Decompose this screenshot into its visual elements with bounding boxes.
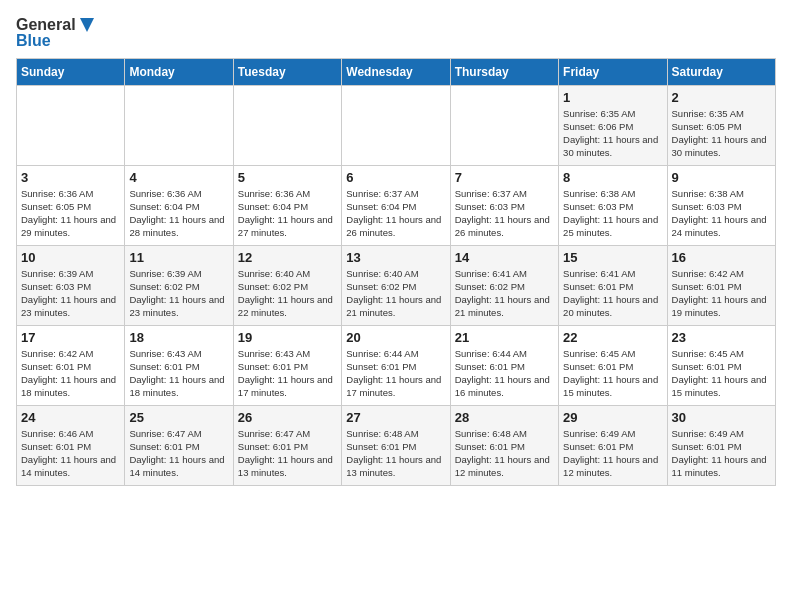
day-info: Sunrise: 6:39 AM Sunset: 6:02 PM Dayligh…: [129, 267, 228, 320]
day-info: Sunrise: 6:36 AM Sunset: 6:04 PM Dayligh…: [129, 187, 228, 240]
day-number: 12: [238, 250, 337, 265]
day-info: Sunrise: 6:35 AM Sunset: 6:05 PM Dayligh…: [672, 107, 771, 160]
day-info: Sunrise: 6:36 AM Sunset: 6:04 PM Dayligh…: [238, 187, 337, 240]
day-info: Sunrise: 6:36 AM Sunset: 6:05 PM Dayligh…: [21, 187, 120, 240]
header-cell-tuesday: Tuesday: [233, 58, 341, 85]
day-info: Sunrise: 6:49 AM Sunset: 6:01 PM Dayligh…: [563, 427, 662, 480]
day-info: Sunrise: 6:37 AM Sunset: 6:04 PM Dayligh…: [346, 187, 445, 240]
day-info: Sunrise: 6:43 AM Sunset: 6:01 PM Dayligh…: [238, 347, 337, 400]
day-cell: 23Sunrise: 6:45 AM Sunset: 6:01 PM Dayli…: [667, 325, 775, 405]
day-cell: 2Sunrise: 6:35 AM Sunset: 6:05 PM Daylig…: [667, 85, 775, 165]
day-cell: [17, 85, 125, 165]
header-row: SundayMondayTuesdayWednesdayThursdayFrid…: [17, 58, 776, 85]
day-info: Sunrise: 6:48 AM Sunset: 6:01 PM Dayligh…: [455, 427, 554, 480]
day-number: 8: [563, 170, 662, 185]
day-number: 29: [563, 410, 662, 425]
day-number: 20: [346, 330, 445, 345]
day-number: 3: [21, 170, 120, 185]
day-number: 21: [455, 330, 554, 345]
header-cell-saturday: Saturday: [667, 58, 775, 85]
day-info: Sunrise: 6:40 AM Sunset: 6:02 PM Dayligh…: [346, 267, 445, 320]
day-number: 17: [21, 330, 120, 345]
day-cell: 22Sunrise: 6:45 AM Sunset: 6:01 PM Dayli…: [559, 325, 667, 405]
day-info: Sunrise: 6:45 AM Sunset: 6:01 PM Dayligh…: [563, 347, 662, 400]
day-number: 26: [238, 410, 337, 425]
header-cell-monday: Monday: [125, 58, 233, 85]
day-info: Sunrise: 6:49 AM Sunset: 6:01 PM Dayligh…: [672, 427, 771, 480]
day-number: 2: [672, 90, 771, 105]
day-number: 27: [346, 410, 445, 425]
day-cell: 26Sunrise: 6:47 AM Sunset: 6:01 PM Dayli…: [233, 405, 341, 485]
day-cell: 21Sunrise: 6:44 AM Sunset: 6:01 PM Dayli…: [450, 325, 558, 405]
day-cell: 1Sunrise: 6:35 AM Sunset: 6:06 PM Daylig…: [559, 85, 667, 165]
day-number: 16: [672, 250, 771, 265]
day-number: 11: [129, 250, 228, 265]
day-number: 5: [238, 170, 337, 185]
day-info: Sunrise: 6:47 AM Sunset: 6:01 PM Dayligh…: [129, 427, 228, 480]
week-row-3: 10Sunrise: 6:39 AM Sunset: 6:03 PM Dayli…: [17, 245, 776, 325]
week-row-4: 17Sunrise: 6:42 AM Sunset: 6:01 PM Dayli…: [17, 325, 776, 405]
day-number: 13: [346, 250, 445, 265]
day-cell: 9Sunrise: 6:38 AM Sunset: 6:03 PM Daylig…: [667, 165, 775, 245]
day-number: 10: [21, 250, 120, 265]
day-info: Sunrise: 6:35 AM Sunset: 6:06 PM Dayligh…: [563, 107, 662, 160]
day-cell: 16Sunrise: 6:42 AM Sunset: 6:01 PM Dayli…: [667, 245, 775, 325]
page-header: General Blue: [16, 16, 776, 50]
day-number: 19: [238, 330, 337, 345]
day-number: 23: [672, 330, 771, 345]
day-number: 6: [346, 170, 445, 185]
day-cell: 8Sunrise: 6:38 AM Sunset: 6:03 PM Daylig…: [559, 165, 667, 245]
day-cell: 27Sunrise: 6:48 AM Sunset: 6:01 PM Dayli…: [342, 405, 450, 485]
day-cell: 24Sunrise: 6:46 AM Sunset: 6:01 PM Dayli…: [17, 405, 125, 485]
day-cell: 29Sunrise: 6:49 AM Sunset: 6:01 PM Dayli…: [559, 405, 667, 485]
day-cell: [450, 85, 558, 165]
day-number: 14: [455, 250, 554, 265]
week-row-5: 24Sunrise: 6:46 AM Sunset: 6:01 PM Dayli…: [17, 405, 776, 485]
day-info: Sunrise: 6:43 AM Sunset: 6:01 PM Dayligh…: [129, 347, 228, 400]
day-cell: 7Sunrise: 6:37 AM Sunset: 6:03 PM Daylig…: [450, 165, 558, 245]
day-number: 4: [129, 170, 228, 185]
day-info: Sunrise: 6:38 AM Sunset: 6:03 PM Dayligh…: [563, 187, 662, 240]
day-info: Sunrise: 6:41 AM Sunset: 6:02 PM Dayligh…: [455, 267, 554, 320]
day-number: 15: [563, 250, 662, 265]
day-cell: 15Sunrise: 6:41 AM Sunset: 6:01 PM Dayli…: [559, 245, 667, 325]
day-cell: 11Sunrise: 6:39 AM Sunset: 6:02 PM Dayli…: [125, 245, 233, 325]
day-cell: 13Sunrise: 6:40 AM Sunset: 6:02 PM Dayli…: [342, 245, 450, 325]
day-info: Sunrise: 6:38 AM Sunset: 6:03 PM Dayligh…: [672, 187, 771, 240]
day-cell: 4Sunrise: 6:36 AM Sunset: 6:04 PM Daylig…: [125, 165, 233, 245]
day-cell: [233, 85, 341, 165]
day-info: Sunrise: 6:48 AM Sunset: 6:01 PM Dayligh…: [346, 427, 445, 480]
day-info: Sunrise: 6:42 AM Sunset: 6:01 PM Dayligh…: [672, 267, 771, 320]
day-number: 25: [129, 410, 228, 425]
day-cell: 19Sunrise: 6:43 AM Sunset: 6:01 PM Dayli…: [233, 325, 341, 405]
day-cell: 12Sunrise: 6:40 AM Sunset: 6:02 PM Dayli…: [233, 245, 341, 325]
day-cell: 5Sunrise: 6:36 AM Sunset: 6:04 PM Daylig…: [233, 165, 341, 245]
day-number: 7: [455, 170, 554, 185]
header-cell-friday: Friday: [559, 58, 667, 85]
week-row-2: 3Sunrise: 6:36 AM Sunset: 6:05 PM Daylig…: [17, 165, 776, 245]
day-info: Sunrise: 6:44 AM Sunset: 6:01 PM Dayligh…: [455, 347, 554, 400]
day-cell: [125, 85, 233, 165]
day-cell: 3Sunrise: 6:36 AM Sunset: 6:05 PM Daylig…: [17, 165, 125, 245]
day-info: Sunrise: 6:41 AM Sunset: 6:01 PM Dayligh…: [563, 267, 662, 320]
day-number: 1: [563, 90, 662, 105]
day-cell: 14Sunrise: 6:41 AM Sunset: 6:02 PM Dayli…: [450, 245, 558, 325]
header-cell-thursday: Thursday: [450, 58, 558, 85]
day-cell: 17Sunrise: 6:42 AM Sunset: 6:01 PM Dayli…: [17, 325, 125, 405]
day-info: Sunrise: 6:42 AM Sunset: 6:01 PM Dayligh…: [21, 347, 120, 400]
day-info: Sunrise: 6:47 AM Sunset: 6:01 PM Dayligh…: [238, 427, 337, 480]
day-number: 28: [455, 410, 554, 425]
week-row-1: 1Sunrise: 6:35 AM Sunset: 6:06 PM Daylig…: [17, 85, 776, 165]
day-info: Sunrise: 6:40 AM Sunset: 6:02 PM Dayligh…: [238, 267, 337, 320]
day-cell: [342, 85, 450, 165]
day-cell: 20Sunrise: 6:44 AM Sunset: 6:01 PM Dayli…: [342, 325, 450, 405]
day-cell: 10Sunrise: 6:39 AM Sunset: 6:03 PM Dayli…: [17, 245, 125, 325]
day-number: 9: [672, 170, 771, 185]
header-cell-sunday: Sunday: [17, 58, 125, 85]
day-cell: 18Sunrise: 6:43 AM Sunset: 6:01 PM Dayli…: [125, 325, 233, 405]
day-cell: 25Sunrise: 6:47 AM Sunset: 6:01 PM Dayli…: [125, 405, 233, 485]
day-number: 24: [21, 410, 120, 425]
day-info: Sunrise: 6:45 AM Sunset: 6:01 PM Dayligh…: [672, 347, 771, 400]
day-info: Sunrise: 6:39 AM Sunset: 6:03 PM Dayligh…: [21, 267, 120, 320]
logo: General Blue: [16, 16, 96, 50]
